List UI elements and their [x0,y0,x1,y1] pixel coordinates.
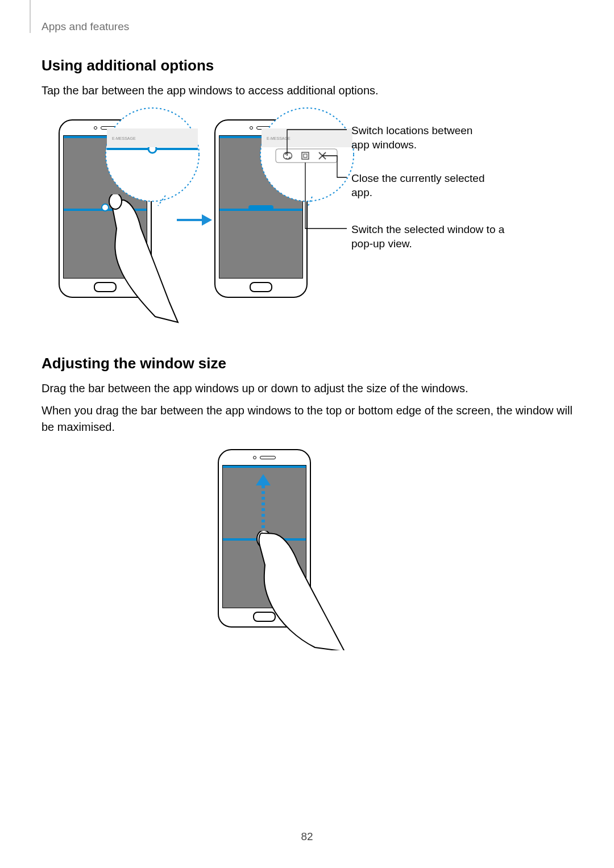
callout-switch-locations: Switch locations between app windows. [351,123,493,152]
section2-body1: Drag the bar between the app windows up … [42,380,572,397]
callout-close-app: Close the currently selected app. [351,171,505,200]
running-header: Apps and features [42,20,129,33]
section2-heading: Adjusting the window size [42,355,572,372]
svg-rect-11 [276,149,337,163]
magnifier-right: E-MESSAGE [247,106,367,225]
figure-window-size [42,446,572,650]
phone-top-bar [219,450,310,465]
header-tab-mark [30,0,31,33]
section2-body2: When you drag the bar between the app wi… [42,402,572,435]
hand-pointer-icon [93,194,184,325]
hand-drag-icon [254,531,356,650]
svg-marker-7 [202,214,212,226]
arrow-right-icon [175,211,213,229]
svg-text:E-MESSAGE: E-MESSAGE [112,136,136,140]
callout-popup-view: Switch the selected window to a pop-up v… [351,222,505,251]
section1-body: Tap the bar between the app windows to a… [42,82,572,99]
svg-marker-16 [256,474,271,485]
home-button-icon [250,282,272,292]
section1-heading: Using additional options [42,57,572,74]
svg-text:E-MESSAGE: E-MESSAGE [267,136,291,140]
page-content: Using additional options Tap the bar bet… [42,57,572,650]
svg-point-5 [109,194,122,209]
figure-additional-options: E-MESSAGE [42,109,572,332]
svg-point-0 [106,108,199,201]
arrow-up-icon [255,474,272,537]
page-number: 82 [0,830,614,843]
